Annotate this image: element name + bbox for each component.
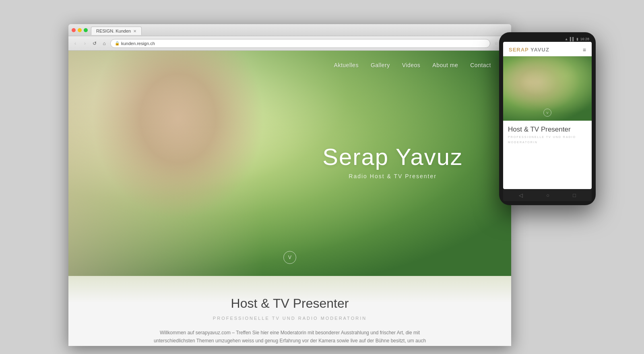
phone-scroll-indicator[interactable]: V xyxy=(543,109,551,117)
battery-icon: ▮ xyxy=(576,37,578,41)
content-section: Host & TV Presenter PROFESSIONELLE TV UN… xyxy=(68,276,511,346)
home-button[interactable]: ⌂ xyxy=(101,40,108,47)
section-body: Willkommen auf serapyavuz.com – Treffen … xyxy=(153,329,427,346)
nav-link-gallery[interactable]: Gallery xyxy=(371,62,390,68)
phone-back-btn[interactable]: ◁ xyxy=(519,192,523,198)
phone-logo-serap: SERAP xyxy=(509,47,530,53)
forward-button[interactable]: › xyxy=(81,40,89,47)
nav-links: Aktuelles Gallery Videos About me Contac… xyxy=(334,62,491,68)
nav-link-videos[interactable]: Videos xyxy=(402,62,421,68)
scroll-down-icon: V xyxy=(288,255,291,260)
browser-controls: ‹ › ↺ ⌂ 🔒 kunden.resign.ch ☆ ⚙ ≡ xyxy=(68,36,511,51)
hero-section: Aktuelles Gallery Videos About me Contac… xyxy=(68,51,511,276)
browser-window: RESIGN. Kunden ✕ ‹ › ↺ ⌂ 🔒 kunden.resign… xyxy=(68,24,511,346)
phone-screen: SERAP YAVUZ ≡ V Host & TV Presenter PROF… xyxy=(503,42,592,189)
browser-tab[interactable]: RESIGN. Kunden ✕ xyxy=(91,27,142,35)
phone-content: Host & TV Presenter PROFESSIONELLE TV UN… xyxy=(503,121,592,189)
browser-content: Aktuelles Gallery Videos About me Contac… xyxy=(68,51,511,346)
phone-device: ▲ ▌▌ ▮ 16:28 SERAP YAVUZ ≡ V xyxy=(499,32,596,205)
website: Aktuelles Gallery Videos About me Contac… xyxy=(68,51,511,346)
phone-recents-btn[interactable]: □ xyxy=(573,192,576,198)
phone-logo: SERAP YAVUZ xyxy=(509,47,549,53)
hero-name: Serap Yavuz xyxy=(322,144,463,170)
lock-icon: 🔒 xyxy=(115,41,120,45)
phone-hamburger-icon[interactable]: ≡ xyxy=(583,47,586,53)
phone-logo-yavuz: YAVUZ xyxy=(530,47,549,53)
tab-title: RESIGN. Kunden xyxy=(96,29,131,33)
wifi-icon: ▲ xyxy=(565,37,568,41)
hero-subtitle: Radio Host & TV Presenter xyxy=(322,173,463,179)
section-title: Host & TV Presenter xyxy=(85,296,495,311)
phone-time: 16:28 xyxy=(580,37,589,41)
address-bar[interactable]: 🔒 kunden.resign.ch xyxy=(110,39,490,48)
phone-home-btn[interactable]: ○ xyxy=(546,192,549,198)
nav-link-about-me[interactable]: About me xyxy=(432,62,458,68)
section-subtitle: PROFESSIONELLE TV UND RADIO MODERATORIN xyxy=(85,316,495,321)
phone-scroll-icon: V xyxy=(546,111,548,115)
nav-link-contact[interactable]: Contact xyxy=(470,62,491,68)
star-icon[interactable]: ☆ xyxy=(494,41,498,46)
maximize-window-btn[interactable] xyxy=(84,28,88,32)
browser-titlebar: RESIGN. Kunden ✕ xyxy=(68,24,511,36)
phone-site-header: SERAP YAVUZ ≡ xyxy=(503,42,592,56)
signal-icon: ▌▌ xyxy=(570,37,575,41)
close-window-btn[interactable] xyxy=(72,28,76,32)
tab-close-icon[interactable]: ✕ xyxy=(133,29,136,33)
phone-hero: V xyxy=(503,56,592,121)
hero-text: Serap Yavuz Radio Host & TV Presenter xyxy=(322,144,463,179)
minimize-window-btn[interactable] xyxy=(78,28,82,32)
window-controls xyxy=(72,28,88,32)
nav-link-aktuelles[interactable]: Aktuelles xyxy=(334,62,359,68)
site-navigation: Aktuelles Gallery Videos About me Contac… xyxy=(68,51,511,80)
hero-woman-image xyxy=(68,51,312,276)
phone-content-title: Host & TV Presenter xyxy=(508,126,587,134)
url-text: kunden.resign.ch xyxy=(121,41,155,46)
phone-content-subtitle-2: MODERATORIN xyxy=(508,141,587,144)
refresh-button[interactable]: ↺ xyxy=(91,40,98,47)
phone-bottom-bar: ◁ ○ □ xyxy=(503,189,592,201)
scroll-indicator[interactable]: V xyxy=(283,251,296,264)
phone-content-subtitle-1: PROFESSIONELLE TV UND RADIO xyxy=(508,136,587,138)
phone-wrapper: ▲ ▌▌ ▮ 16:28 SERAP YAVUZ ≡ V xyxy=(499,32,596,205)
back-button[interactable]: ‹ xyxy=(72,40,79,47)
phone-status-bar: ▲ ▌▌ ▮ 16:28 xyxy=(503,36,592,42)
